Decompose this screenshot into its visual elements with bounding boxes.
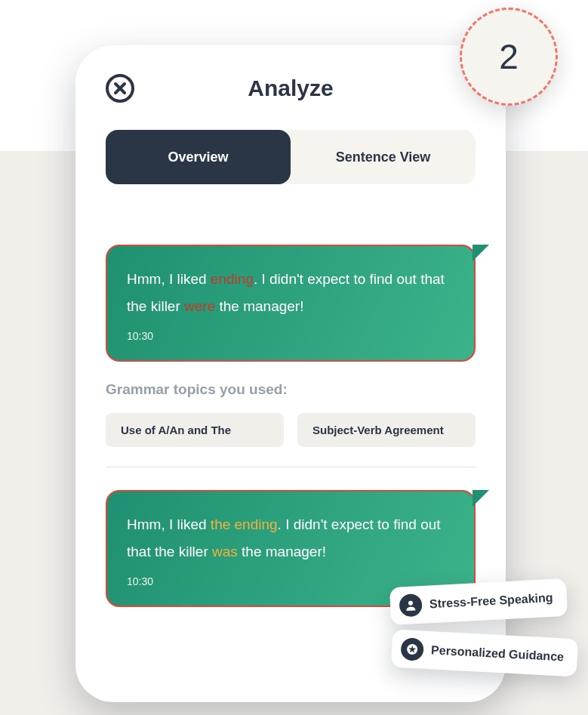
corrected-word: was (212, 544, 238, 559)
bubble-tail-icon (473, 245, 489, 261)
close-button[interactable] (106, 74, 134, 103)
timestamp: 10:30 (127, 326, 454, 347)
tab-bar: Overview Sentence View (106, 130, 476, 184)
grammar-topics-row: Use of A/An and The Subject-Verb Agreeme… (106, 413, 476, 447)
header: Analyze (106, 76, 476, 101)
bubble-text: the manager! (215, 298, 303, 314)
corrected-word: the ending (211, 516, 278, 532)
bubble-tail-icon (473, 490, 489, 507)
page-title: Analyze (248, 76, 333, 101)
step-badge: 2 (460, 8, 558, 106)
message-bubble-errors[interactable]: Hmm, I liked ending. I didn't expect to … (106, 245, 476, 362)
tab-overview[interactable]: Overview (106, 130, 291, 184)
topic-chip-articles[interactable]: Use of A/An and The (106, 413, 284, 447)
topic-chip-sva[interactable]: Subject-Verb Agreement (297, 413, 476, 447)
star-badge-icon (400, 637, 424, 661)
divider (106, 467, 476, 467)
bubble-text: Hmm, I liked (127, 516, 211, 532)
tab-sentence-view[interactable]: Sentence View (291, 130, 476, 184)
feature-pill-label: Personalized Guidance (431, 643, 565, 664)
error-word: ending (211, 271, 254, 287)
close-icon (113, 82, 127, 95)
feature-pill-label: Stress-Free Speaking (429, 591, 553, 612)
grammar-heading: Grammar topics you used: (106, 381, 476, 398)
bubble-text: Hmm, I liked (127, 271, 211, 287)
bubble-text: the manager! (238, 544, 326, 559)
error-word: were (184, 298, 215, 314)
svg-point-0 (408, 601, 413, 606)
person-icon (399, 593, 423, 618)
